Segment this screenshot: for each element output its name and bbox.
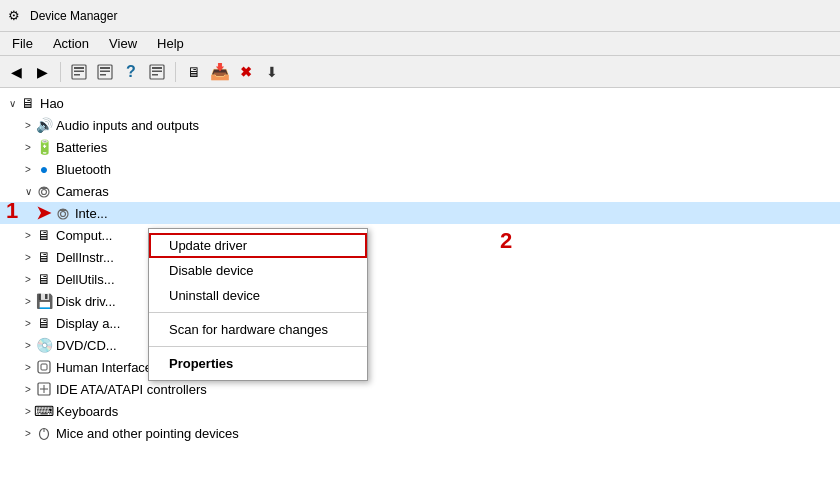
- title-bar-text: Device Manager: [30, 9, 117, 23]
- toolbar-back[interactable]: ◀: [4, 60, 28, 84]
- context-menu-scan[interactable]: Scan for hardware changes: [149, 317, 367, 342]
- hid-expander[interactable]: >: [20, 359, 36, 375]
- svg-rect-5: [100, 67, 110, 69]
- audio-expander[interactable]: >: [20, 117, 36, 133]
- toolbar-sep-1: [60, 62, 61, 82]
- context-menu-sep-2: [149, 346, 367, 347]
- menu-action[interactable]: Action: [45, 34, 97, 53]
- batteries-icon: 🔋: [36, 139, 52, 155]
- cameras-expander[interactable]: ∨: [20, 183, 36, 199]
- bluetooth-label: Bluetooth: [56, 162, 111, 177]
- dellutils-icon: 🖥: [36, 271, 52, 287]
- tree-item-cameras[interactable]: ∨ Cameras: [0, 180, 840, 202]
- dellinstr-label: DellInstr...: [56, 250, 114, 265]
- batteries-expander[interactable]: >: [20, 139, 36, 155]
- main-content: ∨ 🖥 Hao > 🔊 Audio inputs and outputs > 🔋…: [0, 88, 840, 500]
- context-menu-sep-1: [149, 312, 367, 313]
- cameras-icon: [36, 183, 52, 199]
- tree-item-dellinstr[interactable]: > 🖥 DellInstr...: [0, 246, 840, 268]
- camera-icon: [55, 205, 71, 221]
- audio-icon: 🔊: [36, 117, 52, 133]
- menu-file[interactable]: File: [4, 34, 41, 53]
- annotation-arrow: ➤: [36, 202, 51, 224]
- hid-icon: [36, 359, 52, 375]
- title-bar-icon: ⚙: [8, 8, 24, 24]
- diskdrive-label: Disk driv...: [56, 294, 116, 309]
- tree-item-display[interactable]: > 🖥 Display a...: [0, 312, 840, 334]
- computer-expander[interactable]: >: [20, 227, 36, 243]
- keyboards-label: Keyboards: [56, 404, 118, 419]
- tree-item-integrated-camera[interactable]: ➤ Inte...: [0, 202, 840, 224]
- context-menu-uninstall-device[interactable]: Uninstall device: [149, 283, 367, 308]
- toolbar-forward[interactable]: ▶: [30, 60, 54, 84]
- camera-label: Inte...: [75, 206, 108, 221]
- mice-label: Mice and other pointing devices: [56, 426, 239, 441]
- bluetooth-icon: ●: [36, 161, 52, 177]
- tree-item-dellutils[interactable]: > 🖥 DellUtils...: [0, 268, 840, 290]
- tree-item-hid[interactable]: > Human Interface Devices: [0, 356, 840, 378]
- svg-rect-11: [152, 74, 158, 76]
- diskdrive-expander[interactable]: >: [20, 293, 36, 309]
- svg-rect-1: [74, 67, 84, 69]
- cameras-label: Cameras: [56, 184, 109, 199]
- toolbar-monitor[interactable]: 🖥: [182, 60, 206, 84]
- computer-label: Comput...: [56, 228, 112, 243]
- display-expander[interactable]: >: [20, 315, 36, 331]
- svg-rect-9: [152, 67, 162, 69]
- title-bar: ⚙ Device Manager: [0, 0, 840, 32]
- tree-item-computer[interactable]: > 🖥 Comput...: [0, 224, 840, 246]
- bluetooth-expander[interactable]: >: [20, 161, 36, 177]
- menu-view[interactable]: View: [101, 34, 145, 53]
- root-label: Hao: [40, 96, 64, 111]
- context-menu: Update driver Disable device Uninstall d…: [148, 228, 368, 381]
- toolbar: ◀ ▶ ? 🖥 📥 ✖ ⬇: [0, 56, 840, 88]
- toolbar-help[interactable]: ?: [119, 60, 143, 84]
- computer-item-icon: 🖥: [36, 227, 52, 243]
- mice-expander[interactable]: >: [20, 425, 36, 441]
- toolbar-remove[interactable]: ✖: [234, 60, 258, 84]
- ide-icon: [36, 381, 52, 397]
- svg-rect-18: [38, 361, 50, 373]
- toolbar-properties[interactable]: [67, 60, 91, 84]
- svg-rect-19: [41, 364, 47, 370]
- display-label: Display a...: [56, 316, 120, 331]
- svg-point-16: [61, 212, 66, 217]
- tree-item-ide[interactable]: > IDE ATA/ATAPI controllers: [0, 378, 840, 400]
- batteries-label: Batteries: [56, 140, 107, 155]
- svg-rect-7: [100, 74, 106, 76]
- context-menu-disable-device[interactable]: Disable device: [149, 258, 367, 283]
- dellinstr-icon: 🖥: [36, 249, 52, 265]
- dellutils-expander[interactable]: >: [20, 271, 36, 287]
- tree-root[interactable]: ∨ 🖥 Hao: [0, 92, 840, 114]
- toolbar-refresh[interactable]: ⬇: [260, 60, 284, 84]
- tree-item-audio[interactable]: > 🔊 Audio inputs and outputs: [0, 114, 840, 136]
- diskdrive-icon: 💾: [36, 293, 52, 309]
- context-menu-properties[interactable]: Properties: [149, 351, 367, 376]
- svg-rect-14: [41, 187, 47, 189]
- dellutils-label: DellUtils...: [56, 272, 115, 287]
- dvd-label: DVD/CD...: [56, 338, 117, 353]
- context-menu-update-driver[interactable]: Update driver: [149, 233, 367, 258]
- dellinstr-expander[interactable]: >: [20, 249, 36, 265]
- toolbar-add[interactable]: 📥: [208, 60, 232, 84]
- svg-point-13: [42, 190, 47, 195]
- toolbar-sep-2: [175, 62, 176, 82]
- tree-item-batteries[interactable]: > 🔋 Batteries: [0, 136, 840, 158]
- toolbar-detail[interactable]: [145, 60, 169, 84]
- menu-help[interactable]: Help: [149, 34, 192, 53]
- toolbar-info[interactable]: [93, 60, 117, 84]
- tree-item-mice[interactable]: > Mice and other pointing devices: [0, 422, 840, 444]
- audio-label: Audio inputs and outputs: [56, 118, 199, 133]
- svg-rect-3: [74, 74, 80, 76]
- annotation-2: 2: [500, 228, 512, 254]
- dvd-expander[interactable]: >: [20, 337, 36, 353]
- root-expander[interactable]: ∨: [4, 95, 20, 111]
- tree-item-bluetooth[interactable]: > ● Bluetooth: [0, 158, 840, 180]
- keyboards-icon: ⌨: [36, 403, 52, 419]
- display-icon: 🖥: [36, 315, 52, 331]
- ide-expander[interactable]: >: [20, 381, 36, 397]
- tree-panel: ∨ 🖥 Hao > 🔊 Audio inputs and outputs > 🔋…: [0, 88, 840, 500]
- tree-item-diskdrive[interactable]: > 💾 Disk driv...: [0, 290, 840, 312]
- tree-item-keyboards[interactable]: > ⌨ Keyboards: [0, 400, 840, 422]
- tree-item-dvd[interactable]: > 💿 DVD/CD...: [0, 334, 840, 356]
